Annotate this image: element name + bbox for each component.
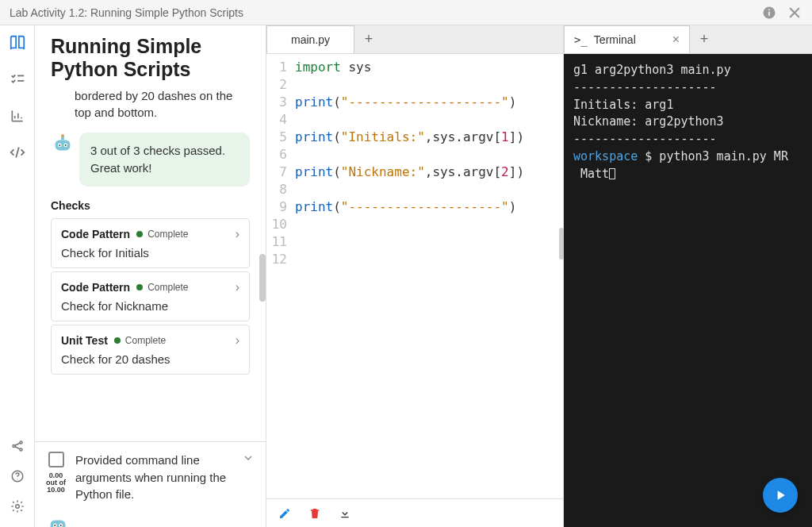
share-icon[interactable] [8,437,27,456]
new-tab-button[interactable]: + [354,25,383,53]
bot-avatar-icon [51,133,75,156]
code-body[interactable]: import sys print("--------------------")… [292,54,563,498]
terminal-output[interactable]: g1 arg2python3 main.py -----------------… [564,54,812,527]
svg-line-15 [15,447,20,449]
svg-line-14 [15,443,20,445]
task-checkbox[interactable] [48,452,64,467]
svg-point-18 [15,505,19,509]
status-dot-icon [136,231,143,237]
check-card[interactable]: Code Pattern Complete › Check for Nickna… [51,271,250,321]
editor-footer [266,498,563,527]
chevron-right-icon: › [236,333,239,348]
check-desc: Check for Nickname [61,299,239,313]
svg-point-30 [60,525,62,526]
instruction-fragment: bordered by 20 dashes on the top and bot… [51,87,250,122]
check-desc: Check for Initials [61,246,239,260]
svg-point-12 [20,441,22,444]
lesson-heading: Running Simple Python Scripts [51,35,250,81]
chevron-down-icon[interactable] [242,452,255,503]
svg-point-13 [20,448,22,451]
svg-rect-26 [51,520,66,527]
activity-title: Lab Activity 1.2: Running Simple Python … [10,6,752,19]
chevron-right-icon: › [236,227,239,241]
terminal-icon: >_ [574,33,588,46]
svg-rect-2 [768,9,770,10]
check-title: Unit Test [61,334,108,347]
new-terminal-button[interactable]: + [690,25,718,53]
download-icon[interactable] [338,506,352,521]
task-panel: 0.00 out of 10.00 Provided command line … [35,441,266,513]
instructions-panel: Running Simple Python Scripts bordered b… [35,25,266,527]
close-icon[interactable] [787,5,802,21]
check-title: Code Pattern [61,281,130,294]
status-dot-icon [136,284,143,290]
chevron-right-icon: › [236,280,239,294]
line-gutter: 1 2 3 4 5 6 7 8 9 10 11 12 [266,54,292,498]
scrollbar-thumb[interactable] [259,254,266,302]
bot-avatar-icon [46,513,70,527]
svg-point-29 [54,525,56,526]
bot-message: 3 out of 3 checks passed. Great work! [79,133,250,187]
svg-point-22 [59,144,60,146]
checklist-icon[interactable] [8,70,27,89]
editor-panel: main.py + 1 2 3 4 5 6 7 8 9 10 11 12 imp… [266,25,564,527]
settings-icon[interactable] [8,497,27,516]
task-text: Provided command line arguments when run… [75,452,237,503]
score-display: 0.00 out of 10.00 [46,472,66,494]
book-icon[interactable] [8,33,27,52]
code-icon[interactable] [8,143,27,162]
check-card[interactable]: Unit Test Complete › Check for 20 dashes [51,325,250,375]
svg-line-10 [16,148,19,158]
title-bar: Lab Activity 1.2: Running Simple Python … [0,0,812,25]
check-card[interactable]: Code Pattern Complete › Check for Initia… [51,218,250,268]
cursor-icon [609,168,615,179]
edit-icon[interactable] [278,506,292,521]
file-tab[interactable]: main.py [266,25,354,53]
help-icon[interactable] [8,467,27,486]
trash-icon[interactable] [308,506,322,521]
info-icon[interactable] [761,5,777,21]
svg-point-25 [61,134,64,137]
editor-tabs: main.py + [266,25,563,54]
check-status: Complete [147,229,236,240]
terminal-tabs: >_ Terminal × + [564,25,812,54]
check-status: Complete [147,282,236,293]
terminal-tab[interactable]: >_ Terminal × [564,25,690,53]
svg-rect-19 [56,140,71,150]
split-handle[interactable] [559,228,564,260]
svg-point-23 [65,144,67,146]
terminal-panel: >_ Terminal × + g1 arg2python3 main.py -… [564,25,812,527]
check-status: Complete [125,335,236,346]
status-dot-icon [114,337,121,344]
check-title: Code Pattern [61,228,130,240]
svg-rect-1 [768,11,770,15]
code-editor[interactable]: 1 2 3 4 5 6 7 8 9 10 11 12 import sys pr… [266,54,563,498]
icon-rail [0,25,35,527]
check-desc: Check for 20 dashes [61,352,239,366]
checks-heading: Checks [51,199,250,212]
svg-point-11 [13,445,15,448]
close-tab-icon[interactable]: × [672,33,680,47]
chart-icon[interactable] [8,106,27,125]
run-button[interactable] [763,478,798,513]
